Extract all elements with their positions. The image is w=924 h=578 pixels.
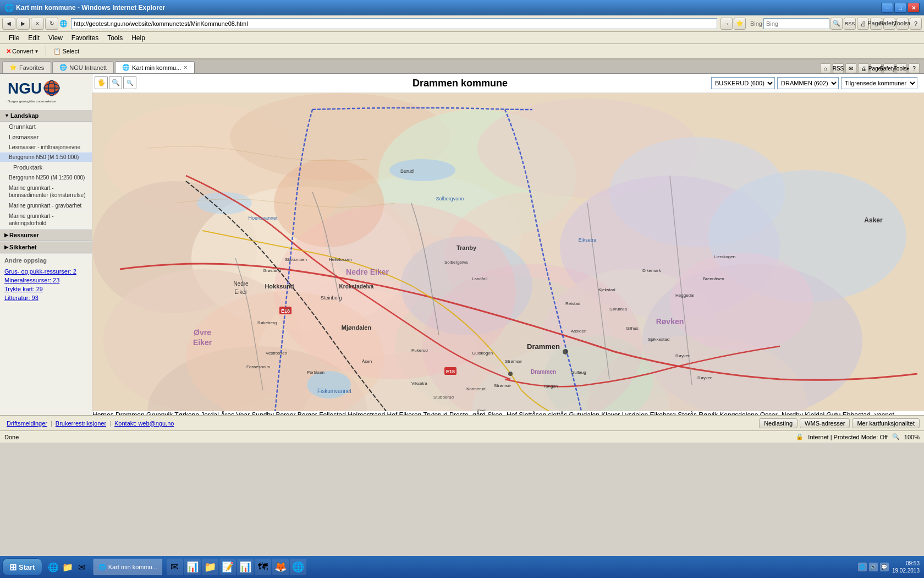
tab-tools-button[interactable]: Tools▾	[896, 63, 907, 73]
link-mineral[interactable]: Mineralressurser: 23	[0, 276, 92, 285]
link-litt[interactable]: Litteratur: 93	[0, 293, 92, 302]
sidebar-item-produktark[interactable]: Produktark	[0, 162, 92, 173]
taskbar-mail-icon[interactable]: ✉	[75, 560, 89, 574]
footer-brukerrestr[interactable]: Brukerrestriksjoner	[56, 420, 106, 427]
menu-view[interactable]: View	[44, 33, 67, 43]
svg-text:Hellefossen: Hellefossen	[329, 257, 352, 262]
ngu-logo-area: NGU Norges geologiske undersøkelse	[0, 74, 92, 110]
taskbar-ie-icon[interactable]: 🌐	[47, 560, 60, 574]
tab-favorites[interactable]: ⭐ Favorites	[2, 61, 51, 73]
sidebar-item-grunnkart[interactable]: Grunnkart	[0, 122, 92, 132]
menu-file[interactable]: File	[4, 33, 24, 43]
window-controls: ─ □ ✕	[881, 3, 920, 13]
tab-rss-button[interactable]: RSS	[833, 63, 844, 73]
windows-icon: ⊞	[9, 562, 16, 572]
help-button[interactable]: ?	[910, 18, 922, 30]
start-label: Start	[19, 563, 35, 571]
county-dropdown[interactable]: BUSKERUD (600)	[711, 77, 775, 89]
ie-icon-kart: 🌐	[122, 64, 130, 71]
menu-bar: File Edit View Favorites Tools Help	[0, 32, 924, 44]
svg-text:Drammen: Drammen	[527, 342, 560, 351]
menu-favorites[interactable]: Favorites	[67, 33, 103, 43]
tab-kart[interactable]: 🌐 Kart min kommu... ✕	[115, 61, 195, 73]
refresh-button[interactable]: ↻	[45, 18, 58, 30]
sys-tray: 🌐 🔊 💬	[858, 563, 889, 571]
taskbar-app-word[interactable]: 📝	[219, 559, 236, 575]
tab-home-button[interactable]: ⌂	[820, 63, 831, 73]
menu-edit[interactable]: Edit	[24, 33, 44, 43]
taskbar-app-chrome[interactable]: 🌐	[290, 559, 306, 575]
wms-button[interactable]: WMS-adresser	[800, 418, 850, 428]
forward-button[interactable]: ▶	[16, 18, 30, 30]
footer-driftsmeldinger[interactable]: Driftsmeldinger	[7, 420, 47, 427]
stop-button[interactable]: ✕	[31, 18, 44, 30]
adjacent-dropdown[interactable]: Tilgrensede kommuner	[841, 77, 917, 89]
mer-kart-button[interactable]: Mer kartfunksjonalitet	[852, 418, 920, 428]
tools-button[interactable]: Tools▾	[897, 18, 909, 30]
link-trykte[interactable]: Trykte kart: 29	[0, 285, 92, 293]
taskbar: ⊞ Start 🌐 📁 ✉ 🌐 Kart min kommu... ✉ 📊 📁 …	[0, 556, 924, 578]
toolbar-x-button[interactable]: ✕ Convert ▼	[2, 46, 42, 57]
svg-text:Assiden: Assiden	[571, 329, 586, 334]
pan-tool-button[interactable]: 🖐	[95, 76, 108, 89]
tab-safety-button[interactable]: Safety▾	[883, 63, 894, 73]
link-grus[interactable]: Grus- og pukk-ressurser: 2	[0, 267, 92, 276]
svg-text:Røvken: Røvken	[656, 317, 684, 326]
svg-point-30	[670, 253, 813, 352]
tab-help-button[interactable]: ?	[909, 63, 920, 73]
sidebar-item-berggrunn-n250[interactable]: Berggrunn N250 (M 1:250 000)	[0, 173, 92, 183]
rss-button[interactable]: RSS	[844, 18, 856, 30]
taskbar-app-firefox[interactable]: 🦊	[272, 559, 289, 575]
favorites-star[interactable]: ⭐	[734, 18, 746, 30]
svg-text:Drammen: Drammen	[531, 369, 556, 375]
menu-help[interactable]: Help	[127, 33, 150, 43]
tab-ngu[interactable]: 🌐 NGU Intranett	[52, 61, 114, 73]
tab-print-button[interactable]: 🖨	[858, 63, 869, 73]
minimize-button[interactable]: ─	[881, 3, 893, 13]
sidebar-item-losmasser-inf[interactable]: Løsmasser - infiltrasjonsevne	[0, 143, 92, 152]
tab-mail-button[interactable]: ✉	[845, 63, 856, 73]
zoom-icon: 🔍	[892, 433, 900, 440]
taskbar-right: 🌐 🔊 💬 09:53 19.02.2013	[858, 560, 922, 574]
go-button[interactable]: →	[721, 18, 733, 30]
menu-tools[interactable]: Tools	[103, 33, 127, 43]
zoom-out-button[interactable]: 🔍	[123, 76, 136, 89]
section-sikkerhet-header[interactable]: Sikkerhet	[0, 242, 92, 253]
maximize-button[interactable]: □	[894, 3, 906, 13]
close-button[interactable]: ✕	[908, 3, 920, 13]
tab-close-icon[interactable]: ✕	[183, 64, 188, 70]
sidebar-item-marine-ankr[interactable]: Marine grunnkart - ankringsforhold	[0, 211, 92, 229]
svg-text:Burud: Burud	[400, 168, 414, 174]
taskbar-app-ppt[interactable]: 📊	[184, 559, 201, 575]
footer-kontakt[interactable]: Kontakt: web@ngu.no	[114, 420, 174, 427]
sidebar-item-berggrunn-n50[interactable]: Berggrunn N50 (M 1:50 000)	[0, 152, 92, 162]
nedlasting-button[interactable]: Nedlasting	[759, 418, 798, 428]
svg-text:Norges geologiske undersøkelse: Norges geologiske undersøkelse	[8, 100, 56, 103]
zoom-in-button[interactable]: 🔍	[109, 76, 122, 89]
section-ressurser-header[interactable]: Ressurser	[0, 230, 92, 241]
sidebar-item-losmasser[interactable]: Løsmasser	[0, 132, 92, 143]
taskbar-explorer-icon[interactable]: 📁	[61, 560, 74, 574]
taskbar-app-outlook[interactable]: ✉	[167, 559, 183, 575]
toolbar-select-button[interactable]: 📋 Select	[50, 46, 83, 57]
search-button[interactable]: 🔍	[831, 18, 843, 30]
municipality-dropdown[interactable]: DRAMMEN (602)	[777, 77, 839, 89]
taskbar-app-excel[interactable]: 📊	[237, 559, 254, 575]
section-landskap-header[interactable]: Landskap	[0, 110, 92, 122]
taskbar-kart-window[interactable]: 🌐 Kart min kommu...	[94, 559, 162, 575]
address-input[interactable]	[71, 18, 717, 29]
svg-text:Portåsen: Portåsen	[307, 370, 324, 375]
address-bar: ◀ ▶ ✕ ↻ 🌐 → ⭐ Bing 🔍 RSS 🖨 Page▾ Safety▾…	[0, 15, 924, 32]
back-button[interactable]: ◀	[2, 18, 15, 30]
search-input[interactable]	[763, 18, 829, 29]
start-button[interactable]: ⊞ Start	[2, 558, 42, 576]
map-canvas[interactable]: E18 E18 Drammen Drammen Nedre Eiker Øvre…	[92, 93, 924, 411]
sidebar-item-marine-grav[interactable]: Marine grunnkart - gravbarhet	[0, 201, 92, 211]
tab-kart-label: Kart min kommu...	[132, 64, 181, 71]
sidebar-item-marine-korn[interactable]: Marine grunnkart - bunnsedimenter (korns…	[0, 183, 92, 201]
taskbar-app-map[interactable]: 🗺	[255, 559, 271, 575]
map-title: Drammen kommune	[413, 78, 508, 89]
map-header: Drammen kommune BUSKERUD (600) DRAMMEN (…	[92, 74, 924, 93]
svg-text:Dikemark: Dikemark	[642, 268, 662, 273]
taskbar-app-folder[interactable]: 📁	[202, 559, 218, 575]
